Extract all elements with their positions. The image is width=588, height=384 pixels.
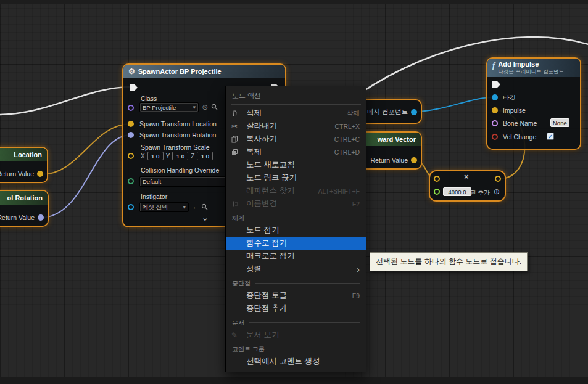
node-header[interactable]: ol Rotation (0, 191, 48, 205)
browse-icon[interactable] (211, 104, 218, 112)
multiply-input-a-pin[interactable] (434, 176, 440, 182)
scale-inputs: X 1.0 Y 1.0 Z 1.0 (141, 152, 213, 160)
add-pin-label[interactable]: 핀 추가 (470, 189, 490, 197)
class-pin[interactable] (128, 105, 134, 111)
pin-row-mesh: 뒤 메시 컴포넌트 (359, 108, 417, 116)
menu-item-view-documentation[interactable]: ✎ 문서 보기 (226, 329, 366, 341)
browse-icon[interactable] (201, 203, 208, 211)
menu-item-duplicate[interactable]: 복제 CTRL+D (226, 145, 366, 158)
collision-label: Collision Handling Override (141, 166, 219, 174)
menu-item-toggle-breakpoint[interactable]: 중단점 토글 F9 (226, 289, 366, 302)
class-dropdown[interactable]: BP Projectile ▾ (139, 102, 199, 112)
exec-in-pin[interactable] (492, 81, 500, 88)
scissors-icon: ✂ (231, 122, 246, 131)
spawn-scale-pin[interactable] (128, 153, 134, 159)
menu-section-comment-group: 코멘트 그룹 (226, 341, 366, 355)
menu-item-shortcut: CTRL+D (334, 149, 360, 156)
menu-item-label: 문서 보기 (246, 330, 360, 340)
instigator-dropdown[interactable]: 에셋 선택 ▾ (139, 202, 189, 212)
menu-item-collapse-nodes[interactable]: 노드 접기 (226, 224, 366, 237)
node-header[interactable]: Location (0, 148, 47, 161)
collision-value: Default (143, 178, 161, 185)
bone-name-pin[interactable] (492, 120, 498, 126)
menu-item-create-comment[interactable]: 선택에서 코멘트 생성 (226, 355, 366, 368)
menu-item-shortcut: CTRL+C (334, 136, 360, 143)
menu-item-label: 중단점 추가 (246, 303, 355, 314)
chevron-down-icon: ▾ (193, 104, 196, 110)
menu-item-collapse-to-macro[interactable]: 매크로로 접기 (226, 250, 366, 263)
node-title: SpawnActor BP Projectile (138, 68, 222, 75)
collapse-chevron-icon[interactable]: ⌄ (201, 214, 209, 221)
menu-item-break-links[interactable]: 노드 링크 끊기 (226, 171, 366, 184)
menu-item-label: 복사하기 (246, 134, 329, 144)
menu-item-label: 함수로 접기 (246, 238, 360, 248)
menu-item-label: 레퍼런스 찾기 (246, 186, 313, 196)
target-label: 타깃 (503, 94, 516, 102)
instigator-value: 에셋 선택 (143, 203, 168, 211)
impulse-pin[interactable] (492, 107, 498, 113)
wire-location (41, 124, 131, 174)
menu-item-copy[interactable]: 복사하기 CTRL+C (226, 133, 366, 145)
pin-row-return-value: Return Value (370, 157, 417, 164)
node-header[interactable]: ⚙ SpawnActor BP Projectile (123, 65, 285, 78)
menu-item-rename[interactable]: 이름변경 F2 (226, 197, 366, 210)
menu-item-shortcut: 삭제 (347, 109, 360, 118)
bottom-edge-strip (0, 377, 588, 384)
context-menu: 노드 액션 삭제 삭제 ✂ 잘라내기 CTRL+X 복사하기 CTRL+C 복제 (225, 86, 366, 372)
menu-section-breakpoints: 중단점 (226, 276, 366, 289)
collision-pin[interactable] (128, 178, 134, 184)
vector-pin[interactable] (411, 157, 417, 163)
scale-z-input[interactable]: 1.0 (197, 152, 213, 160)
vel-change-label: Vel Change (503, 133, 536, 141)
menu-section-documentation: 문서 (226, 315, 366, 329)
node-multiply[interactable]: × 4000.0 핀 추가 ⊕ (430, 171, 505, 200)
node-add-impulse[interactable]: f Add Impulse 타깃은 프리미티브 컴포넌트 타깃 Impulse … (487, 59, 580, 149)
top-edge-strip (0, 0, 588, 4)
asset-pick-icon[interactable]: ◎ (202, 104, 208, 110)
add-pin-icon[interactable]: ⊕ (494, 187, 500, 196)
menu-item-find-references[interactable]: 레퍼런스 찾기 ALT+SHIFT+F (226, 184, 366, 197)
instigator-pin[interactable] (128, 204, 134, 210)
pin-row-return-value: Return Value (0, 170, 43, 178)
menu-item-cut[interactable]: ✂ 잘라내기 CTRL+X (226, 120, 366, 133)
menu-item-alignment[interactable]: 정렬 › (226, 263, 366, 276)
vector-pin[interactable] (37, 171, 43, 177)
vel-change-pin[interactable] (492, 134, 498, 140)
menu-item-delete[interactable]: 삭제 삭제 (226, 107, 366, 120)
menu-item-collapse-to-function[interactable]: 함수로 접기 (226, 237, 366, 250)
menu-item-shortcut: ALT+SHIFT+F (318, 187, 360, 195)
vel-change-checkbox[interactable] (547, 133, 554, 140)
menu-separator (231, 104, 361, 105)
pen-icon: ✎ (231, 331, 246, 340)
menu-item-label: 노드 링크 끊기 (246, 173, 355, 183)
wire-exec-in (0, 87, 131, 115)
node-get-location[interactable]: Location Return Value (0, 148, 47, 182)
spawn-location-label: Spawn Transform Location (139, 120, 217, 128)
menu-item-refresh-node[interactable]: 노드 새로고침 (226, 158, 366, 171)
duplicate-icon (231, 149, 246, 156)
node-get-rotation[interactable]: ol Rotation Return Value (0, 191, 48, 226)
spawn-rotation-pin[interactable] (128, 132, 134, 138)
pin-label: Return Value (0, 170, 34, 178)
wire-target (414, 97, 494, 112)
target-pin[interactable] (492, 94, 498, 100)
rotator-pin[interactable] (38, 214, 44, 221)
menu-item-label: 정렬 (246, 264, 352, 274)
node-header[interactable]: f Add Impulse 타깃은 프리미티브 컴포넌트 (487, 59, 580, 77)
menu-item-add-breakpoint[interactable]: 중단점 추가 (226, 302, 366, 315)
scale-x-input[interactable]: 1.0 (147, 152, 164, 160)
multiply-input-b-pin[interactable] (434, 189, 440, 195)
blueprint-canvas[interactable]: Location Return Value ol Rotation Return… (0, 0, 588, 384)
use-selected-icon[interactable]: ← (193, 204, 199, 210)
node-title: Location (14, 151, 42, 158)
x-label: X (141, 153, 145, 160)
pin-row-return-value: Return Value (0, 214, 44, 221)
multiply-value-input[interactable]: 4000.0 (443, 187, 471, 196)
scale-y-input[interactable]: 1.0 (172, 152, 188, 160)
spawn-location-pin[interactable] (128, 121, 134, 127)
bone-name-input[interactable]: None (550, 118, 569, 127)
exec-in-pin[interactable] (130, 84, 138, 91)
copy-icon (231, 136, 246, 143)
multiply-output-pin[interactable] (495, 176, 501, 182)
object-pin[interactable] (411, 109, 417, 115)
